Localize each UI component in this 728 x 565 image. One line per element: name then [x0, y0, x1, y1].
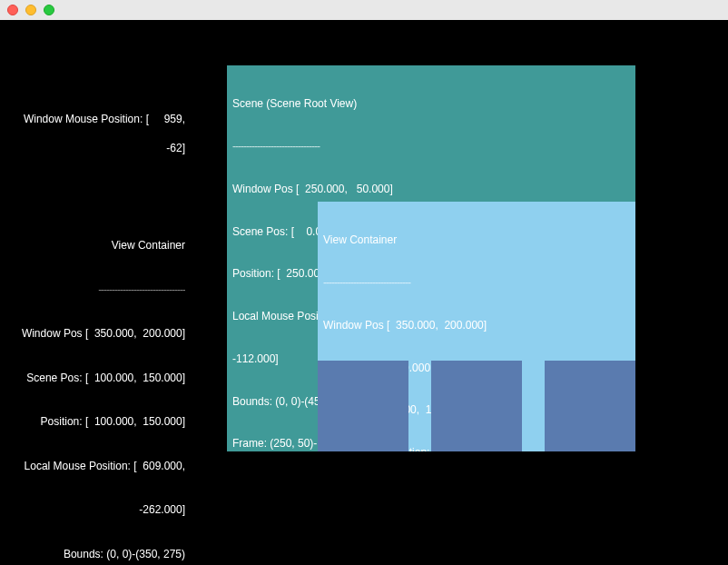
left-local-mouse-2: -262.000] [0, 502, 185, 517]
info-panel: Window Mouse Position: [ 959, -62] View … [0, 65, 191, 565]
tile[interactable] [318, 361, 408, 451]
scene-title: Scene (Scene Root View) [232, 97, 630, 112]
mouse-x: 959, [164, 113, 185, 125]
mouse-y: -62] [166, 142, 185, 154]
tile-row [318, 361, 635, 451]
separator: -------------------------------- [0, 282, 185, 297]
window-titlebar [0, 0, 728, 20]
vc-title: View Container [323, 233, 630, 248]
mouse-pos-label: Window Mouse Position: [ [24, 113, 149, 125]
left-bounds: Bounds: (0, 0)-(350, 275) [0, 547, 185, 561]
left-local-mouse: Local Mouse Position: [ 609.000, [0, 459, 185, 473]
close-icon[interactable] [7, 5, 18, 15]
zoom-icon[interactable] [44, 5, 54, 15]
left-scene-pos: Scene Pos: [ 100.000, 150.000] [0, 371, 185, 385]
tile[interactable] [545, 361, 635, 451]
left-window-pos: Window Pos [ 350.000, 200.000] [0, 326, 185, 341]
separator: -------------------------------- [232, 140, 630, 154]
stage: Window Mouse Position: [ 959, -62] View … [0, 20, 728, 565]
vc-window-pos: Window Pos [ 350.000, 200.000] [323, 319, 630, 333]
tile[interactable] [431, 361, 522, 451]
view-container[interactable]: View Container -------------------------… [318, 202, 635, 451]
separator: -------------------------------- [323, 276, 630, 291]
minimize-icon[interactable] [25, 5, 36, 15]
scene-window-pos: Window Pos [ 250.000, 50.000] [232, 183, 630, 197]
left-position: Position: [ 100.000, 150.000] [0, 414, 185, 429]
left-title: View Container [0, 238, 185, 253]
scene-root-view[interactable]: Scene (Scene Root View) ----------------… [227, 65, 635, 451]
